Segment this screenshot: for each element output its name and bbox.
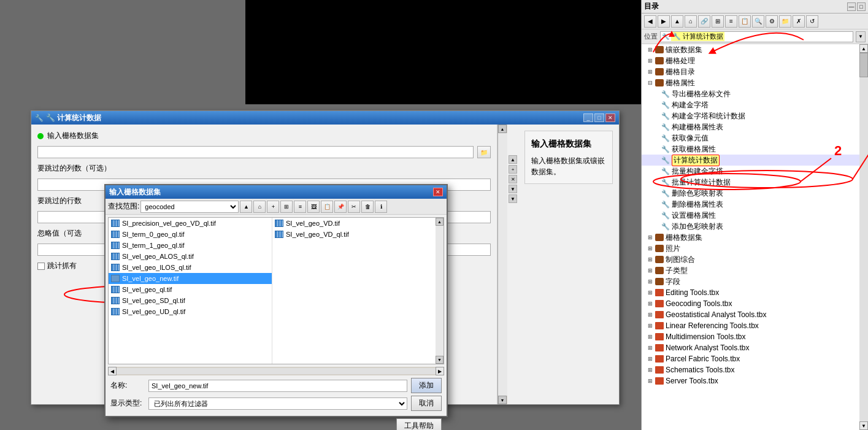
sidebar-item-parcel[interactable]: ⊞ Parcel Fabric Tools.tbx — [642, 353, 859, 364]
dialog-minimize-btn[interactable]: _ — [583, 113, 593, 122]
file-item[interactable]: SI_vel_geo_UD_ql.tif — [109, 306, 272, 317]
file-item[interactable]: SI_vel_geo_VD_ql.tif — [272, 229, 436, 240]
tree-scrollbar[interactable]: ▲ ▼ — [859, 44, 868, 430]
location-input[interactable]: 🔧 🔧 计算统计数据 — [660, 31, 853, 42]
sidebar-item-build-pyramid-stat[interactable]: 🔧 构建金字塔和统计数据 — [642, 110, 859, 121]
new-folder-btn[interactable]: 📁 — [779, 15, 791, 28]
sidebar-item-calc-stat[interactable]: 🔧 计算统计数据 — [642, 155, 859, 166]
dialog-close-btn[interactable]: ✕ — [605, 113, 615, 122]
scroll-down-arrow[interactable]: ▼ — [859, 421, 868, 430]
side-arrow-down[interactable]: ▼ — [509, 185, 517, 193]
sidebar-item-field[interactable]: ⊞ 字段 — [642, 276, 859, 287]
side-arrow-x[interactable]: ✕ — [509, 175, 517, 183]
sidebar-item-get-cell[interactable]: 🔧 获取像元值 — [642, 132, 859, 144]
sidebar-item-multidimension[interactable]: ⊞ Multidimension Tools.tbx — [642, 331, 859, 342]
horiz-scrollbar[interactable]: ◀ ▶ — [108, 367, 444, 375]
file-item[interactable]: SI_vel_geo_SD_ql.tif — [109, 295, 272, 306]
raster-delete-btn[interactable]: 🗑 — [361, 201, 374, 213]
file-item[interactable]: SI_term_1_geo_ql.tif — [109, 240, 272, 251]
raster-list-btn[interactable]: ≡ — [294, 201, 306, 213]
browse-btn[interactable]: 📁 — [477, 146, 491, 158]
sidebar-item-schematics[interactable]: ⊞ Schematics Tools.tbx — [642, 364, 859, 375]
file-item[interactable]: SI_precision_vel_geo_VD_ql.tif — [109, 218, 272, 229]
add-button[interactable]: 添加 — [411, 378, 442, 393]
options-btn[interactable]: ⚙ — [766, 15, 778, 28]
sidebar-item-photo[interactable]: ⊞ 照片 — [642, 243, 859, 254]
sidebar-item-del-attr[interactable]: 🔧 删除栅格属性表 — [642, 199, 859, 210]
maximize-icon[interactable]: □ — [857, 2, 866, 11]
sidebar-item-embed[interactable]: ⊞ 镶嵌数据集 — [642, 44, 859, 55]
sidebar-item-batch-calc[interactable]: 🔧 批量计算统计数据 — [642, 177, 859, 188]
name-input[interactable] — [148, 380, 407, 392]
sidebar-item-linear[interactable]: ⊞ Linear Referencing Tools.tbx — [642, 320, 859, 331]
side-arrow-up[interactable]: ▲ — [509, 155, 517, 164]
file-list-scrollbar[interactable]: ▲ ▼ — [436, 218, 444, 364]
horiz-scroll-left[interactable]: ◀ — [108, 367, 117, 375]
sidebar-item-export-coord[interactable]: 🔧 导出栅格坐标文件 — [642, 88, 859, 99]
input-raster-close-btn[interactable]: ✕ — [433, 188, 443, 196]
sidebar-item-editing[interactable]: ⊞ Editing Tools.tbx — [642, 287, 859, 298]
file-item[interactable]: SI_vel_geo_ALOS_ql.tif — [109, 251, 272, 262]
delete-btn[interactable]: ✗ — [793, 15, 805, 28]
raster-cut-btn[interactable]: ✂ — [348, 201, 360, 213]
home-btn[interactable]: ⌂ — [685, 15, 697, 28]
grid-btn[interactable]: ⊞ — [712, 15, 724, 28]
left-scroll-down[interactable]: ▼ — [498, 396, 507, 404]
sidebar-item-get-attr[interactable]: 🔧 获取栅格属性 — [642, 144, 859, 155]
file-item[interactable]: SI_term_0_geo_ql.tif — [109, 229, 272, 240]
tool-help-button[interactable]: 工具帮助 — [396, 418, 442, 430]
sidebar-item-raster-proc[interactable]: ⊞ 栅格处理 — [642, 55, 859, 66]
file-scroll-down[interactable]: ▼ — [436, 356, 444, 364]
file-item[interactable]: SI_vel_geo_ql.tif — [109, 284, 272, 295]
dialog-maximize-btn[interactable]: □ — [594, 113, 604, 122]
details-btn[interactable]: 📋 — [739, 15, 751, 28]
left-scroll-up[interactable]: ▲ — [498, 125, 507, 133]
sidebar-item-subtype[interactable]: ⊞ 子类型 — [642, 265, 859, 276]
raster-grid-btn[interactable]: ⊞ — [280, 201, 293, 213]
scroll-up-arrow[interactable]: ▲ — [859, 44, 868, 53]
raster-img-btn[interactable]: 🖼 — [307, 201, 320, 213]
sidebar-item-raster-dataset[interactable]: ⊞ 栅格数据集 — [642, 232, 859, 243]
sidebar-item-network[interactable]: ⊞ Network Analyst Tools.tbx — [642, 342, 859, 353]
side-arrow-plus[interactable]: + — [509, 165, 517, 174]
left-scrollbar[interactable]: ▲ ▼ — [497, 125, 507, 404]
raster-props-btn[interactable]: ℹ — [375, 201, 387, 213]
sidebar-item-del-colormap[interactable]: 🔧 删除色彩映射表 — [642, 188, 859, 199]
raster-paste-btn[interactable]: 📌 — [334, 201, 347, 213]
file-scroll-up[interactable]: ▲ — [436, 218, 444, 226]
sidebar-item-raster-prop[interactable]: ⊟ 栅格属性 — [642, 77, 859, 88]
sidebar-item-build-pyramid[interactable]: 🔧 构建金字塔 — [642, 99, 859, 110]
cancel-button[interactable]: 取消 — [411, 396, 442, 411]
type-select[interactable]: 已列出所有过滤器 — [148, 397, 407, 410]
input-raster-field[interactable] — [37, 146, 474, 158]
minimize-icon[interactable]: — — [847, 2, 856, 11]
sidebar-item-server[interactable]: ⊞ Server Tools.tbx — [642, 375, 859, 386]
sidebar-item-add-colormap[interactable]: 🔧 添加色彩映射表 — [642, 221, 859, 232]
file-item[interactable]: SI_vel_geo_ILOS_ql.tif — [109, 262, 272, 273]
list-btn[interactable]: ≡ — [725, 15, 737, 28]
sidebar-item-geocoding[interactable]: ⊞ Geocoding Tools.tbx — [642, 298, 859, 309]
sidebar-item-cartography[interactable]: ⊞ 制图综合 — [642, 254, 859, 265]
sidebar-item-geostatistical[interactable]: ⊞ Geostatistical Analyst Tools.tbx — [642, 309, 859, 320]
raster-home-btn[interactable]: ⌂ — [253, 201, 266, 213]
scroll-thumb[interactable] — [859, 53, 868, 77]
connect-btn[interactable]: 🔗 — [698, 15, 710, 28]
sidebar-item-batch-pyramid[interactable]: 🔧 批量构建金字塔 — [642, 166, 859, 177]
back-btn[interactable]: ◀ — [644, 15, 656, 28]
side-arrow-down2[interactable]: ▼ — [509, 194, 517, 203]
file-item-selected[interactable]: SI_vel_geo_new.tif — [109, 273, 272, 284]
forward-btn[interactable]: ▶ — [658, 15, 670, 28]
sidebar-item-set-attr[interactable]: 🔧 设置栅格属性 — [642, 210, 859, 221]
up-btn[interactable]: ▲ — [671, 15, 683, 28]
file-item[interactable]: SI_vel_geo_VD.tif — [272, 218, 436, 229]
sidebar-item-build-attr[interactable]: 🔧 构建栅格属性表 — [642, 121, 859, 132]
location-dropdown[interactable]: ▼ — [856, 31, 866, 42]
refresh-btn[interactable]: ↺ — [806, 15, 818, 28]
location-select[interactable]: geocoded — [140, 201, 239, 213]
sidebar-item-raster-catalog[interactable]: ⊞ 栅格目录 — [642, 66, 859, 77]
raster-copy-btn[interactable]: 📋 — [321, 201, 333, 213]
calc-checkbox[interactable] — [37, 263, 45, 270]
horiz-scroll-right[interactable]: ▶ — [436, 367, 444, 375]
raster-new-btn[interactable]: + — [267, 201, 279, 213]
raster-up-btn[interactable]: ▲ — [240, 201, 252, 213]
